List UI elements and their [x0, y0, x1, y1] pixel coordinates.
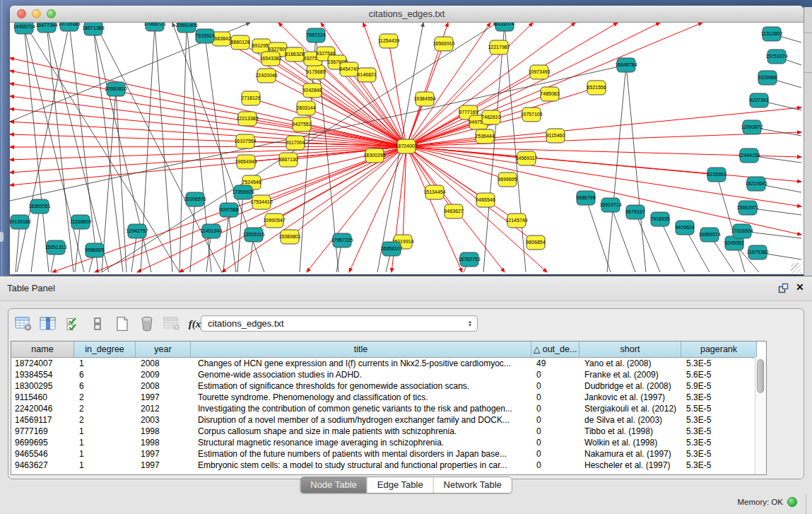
- table-row[interactable]: 977716911998Corpus callosum shape and si…: [11, 426, 766, 437]
- graph-node[interactable]: 9097588: [219, 203, 238, 217]
- new-column-icon[interactable]: [14, 315, 33, 333]
- window-resize-grip[interactable]: [791, 263, 801, 273]
- table-selector-dropdown[interactable]: citations_edges.txt ▲▼: [201, 315, 478, 332]
- graph-node[interactable]: 17534410: [250, 195, 272, 209]
- graph-node[interactable]: 9679197: [625, 205, 645, 219]
- column-header-pagerank[interactable]: pagerank: [681, 341, 757, 357]
- column-header-short[interactable]: short: [579, 341, 681, 357]
- cell-title[interactable]: Disruption of a novel member of a sodium…: [191, 414, 531, 426]
- cell-short[interactable]: Nakamura et al. (1997): [579, 448, 681, 460]
- graph-node[interactable]: 16477344: [35, 23, 57, 33]
- graph-node[interactable]: 20206576: [184, 192, 206, 206]
- cell-in_degree[interactable]: 1: [74, 426, 136, 437]
- graph-node[interactable]: 7485083: [540, 87, 559, 101]
- cell-pagerank[interactable]: 5.3E-5: [681, 437, 757, 448]
- cell-name[interactable]: 14569117: [11, 414, 74, 426]
- cell-out_degree[interactable]: 0: [531, 437, 579, 448]
- cell-short[interactable]: Jankovic et al. (1997): [579, 392, 681, 403]
- table-scrollbar[interactable]: [755, 357, 766, 475]
- graph-node[interactable]: 2803144: [296, 101, 315, 115]
- table-row[interactable]: 2242004622012Investigating the contribut…: [11, 403, 766, 414]
- graph-node[interactable]: 8215953: [707, 168, 726, 182]
- cell-in_degree[interactable]: 6: [74, 380, 136, 392]
- table-scrollbar-thumb[interactable]: [757, 359, 764, 393]
- table-row[interactable]: 946362711997Embryonic stem cells: a mode…: [11, 460, 766, 471]
- cell-name[interactable]: 19384554: [11, 369, 74, 380]
- cell-in_degree[interactable]: 1: [74, 437, 136, 448]
- graph-node[interactable]: 14955724: [13, 23, 35, 34]
- cell-year[interactable]: 1997: [136, 460, 191, 471]
- cell-in_degree[interactable]: 2: [74, 392, 136, 403]
- cell-short[interactable]: Tibbo et al. (1998): [579, 426, 681, 437]
- graph-node[interactable]: 15051313: [45, 240, 66, 255]
- cell-year[interactable]: 2009: [136, 369, 191, 380]
- cell-short[interactable]: Franke et al. (2009): [579, 369, 681, 380]
- graph-node[interactable]: 9329966: [758, 71, 777, 85]
- graph-node[interactable]: 12942757: [126, 224, 148, 238]
- graph-node[interactable]: 9586799: [576, 191, 595, 205]
- cell-out_degree[interactable]: 0: [531, 392, 579, 403]
- cell-name[interactable]: 9777169: [11, 426, 74, 437]
- graph-node[interactable]: 9175685: [306, 65, 325, 79]
- cell-short[interactable]: Dudbridge et al. (2008): [579, 380, 681, 392]
- graph-node[interactable]: 9115460: [546, 129, 565, 143]
- cell-pagerank[interactable]: 5.6E-5: [681, 369, 757, 380]
- graph-node[interactable]: 18300295: [363, 148, 385, 163]
- cell-short[interactable]: de Silva et al. (2003): [579, 414, 681, 426]
- cell-short[interactable]: Hescheler et al. (1997): [579, 460, 681, 471]
- graph-node[interactable]: 16919714: [599, 198, 621, 212]
- graph-node[interactable]: 9463627: [444, 204, 463, 218]
- graph-node[interactable]: 10973493: [528, 65, 550, 79]
- graph-node[interactable]: 15134454: [423, 185, 445, 199]
- graph-node[interactable]: 9699695: [498, 173, 517, 187]
- graph-node[interactable]: 17055721: [143, 23, 165, 31]
- graph-node[interactable]: 16543382: [259, 52, 281, 66]
- cell-in_degree[interactable]: 6: [74, 369, 136, 380]
- graph-node[interactable]: 18671388: [82, 23, 104, 35]
- graph-node[interactable]: 9146821: [357, 68, 376, 82]
- cell-name[interactable]: 9465546: [11, 448, 74, 460]
- table-row[interactable]: 946554611997Estimation of the future num…: [11, 448, 766, 460]
- graph-node[interactable]: 22420046: [255, 69, 277, 83]
- cell-pagerank[interactable]: 5.3E-5: [681, 414, 757, 426]
- table-row[interactable]: 969969511998Structural magnetic resonanc…: [11, 437, 766, 448]
- cell-title[interactable]: Embryonic stem cells: a model to study s…: [191, 460, 531, 471]
- graph-node[interactable]: 8860128: [230, 35, 249, 49]
- table-row[interactable]: 1872400712008Changes of HCN gene express…: [11, 358, 766, 369]
- graph-node[interactable]: 11254439: [378, 34, 400, 48]
- graph-node[interactable]: 16107554: [234, 134, 256, 148]
- cell-title[interactable]: Estimation of significance thresholds fo…: [191, 380, 531, 392]
- graph-node[interactable]: 9227343: [749, 93, 768, 107]
- cell-short[interactable]: Stergiakouli et al. (2012): [579, 403, 681, 414]
- graph-node[interactable]: 2718126: [241, 91, 260, 105]
- cell-in_degree[interactable]: 1: [74, 448, 136, 460]
- graph-node[interactable]: 12444158: [738, 148, 760, 163]
- graph-node[interactable]: 8186328: [285, 47, 304, 62]
- graph-node[interactable]: 11312802: [761, 27, 783, 41]
- cell-pagerank[interactable]: 5.3E-5: [681, 448, 757, 460]
- cell-out_degree[interactable]: 0: [531, 380, 579, 392]
- cell-title[interactable]: Structural magnetic resonance image aver…: [191, 437, 531, 448]
- cell-year[interactable]: 1998: [136, 437, 191, 448]
- cell-pagerank[interactable]: 5.3E-5: [681, 426, 757, 437]
- column-header-in_degree[interactable]: in_degree: [74, 341, 136, 357]
- cell-year[interactable]: 1998: [136, 426, 191, 437]
- graph-node[interactable]: 7916935: [650, 212, 669, 226]
- delete-table-icon[interactable]: [138, 315, 156, 333]
- graph-node[interactable]: 17957225: [331, 233, 353, 247]
- cell-out_degree[interactable]: 0: [531, 369, 579, 380]
- graph-node[interactable]: 11451944: [201, 224, 223, 238]
- cell-in_degree[interactable]: 1: [74, 460, 136, 471]
- graph-node[interactable]: 7462610: [481, 110, 500, 124]
- column-header-name[interactable]: name: [11, 341, 74, 357]
- graph-node[interactable]: 9427552: [292, 117, 311, 132]
- cell-pagerank[interactable]: 5.3E-5: [681, 392, 757, 403]
- graph-node[interactable]: 8521556: [587, 81, 606, 95]
- cell-year[interactable]: 2008: [136, 380, 191, 392]
- left-splitter-handle[interactable]: [0, 232, 4, 242]
- cell-title[interactable]: Changes of HCN gene expression and I(f) …: [191, 358, 531, 369]
- graph-node[interactable]: 11156809: [70, 215, 91, 229]
- table-row[interactable]: 1456911722003Disruption of a novel membe…: [11, 414, 766, 426]
- cell-year[interactable]: 2003: [136, 414, 191, 426]
- close-icon[interactable]: ✕: [796, 281, 804, 293]
